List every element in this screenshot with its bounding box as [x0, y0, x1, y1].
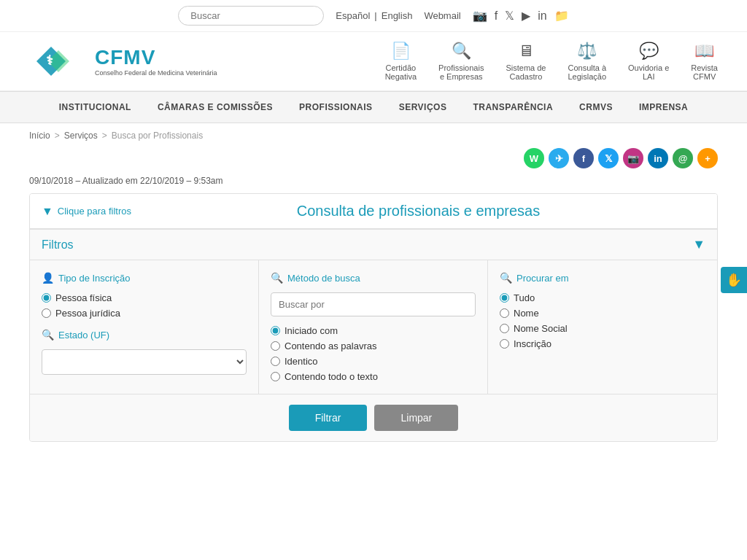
radio-juridica[interactable] — [42, 308, 51, 318]
language-links: Español | English — [336, 10, 412, 21]
radio-iniciado[interactable] — [271, 326, 280, 335]
radio-fisica[interactable] — [42, 293, 51, 303]
filter-container: ▼ Clique para filtros Consulta de profis… — [29, 193, 718, 442]
radio-iniciado-label[interactable]: Iniciado com — [271, 325, 476, 336]
monitor-icon: 🖥 — [518, 42, 534, 61]
filters-grid: 👤 Tipo de Inscrição Pessoa física Pessoa… — [30, 260, 717, 394]
radio-juridica-label[interactable]: Pessoa jurídica — [42, 308, 247, 319]
filter-col-metodo: 🔍 Método de busca Iniciado com Cont — [259, 260, 488, 394]
search-input[interactable] — [178, 6, 324, 26]
share-facebook[interactable]: f — [573, 148, 594, 168]
nav-profissionais[interactable]: PROFISSIONAIS — [286, 92, 386, 122]
radio-tudo-text: Tudo — [514, 292, 535, 303]
share-linkedin[interactable]: in — [648, 148, 668, 168]
radio-contendo-texto[interactable] — [271, 372, 280, 381]
rss-top-icon[interactable]: 📁 — [554, 9, 569, 23]
nav-institucional[interactable]: INSTITUCIONAL — [46, 92, 144, 122]
estado-select[interactable]: Escolha uma UF ACALAPAM BACEDFES GOMGSPR… — [42, 349, 247, 375]
nav-ouvidoria-label: Ouvidoria eLAI — [628, 63, 669, 81]
book-icon: 📖 — [694, 42, 714, 61]
share-twitter[interactable]: 𝕏 — [598, 148, 619, 168]
nav-icon-consulta[interactable]: ⚖️ Consulta àLegislação — [568, 42, 606, 81]
search-metodo-icon: 🔍 — [271, 272, 283, 284]
breadcrumb-inicio[interactable]: Início — [29, 131, 50, 141]
radio-nome-label[interactable]: Nome — [500, 308, 705, 319]
lang-espanol[interactable]: Español — [336, 10, 370, 21]
webmail-link[interactable]: Webmail — [424, 10, 460, 21]
floating-accessibility-btn[interactable]: ✋ — [721, 267, 747, 293]
top-bar: Español | English Webmail 📷 f 𝕏 ▶ in 📁 — [0, 0, 747, 32]
radio-juridica-text: Pessoa jurídica — [55, 308, 120, 319]
tipo-inscricao-group: Pessoa física Pessoa jurídica — [42, 292, 247, 319]
nav-consulta-label: Consulta àLegislação — [568, 63, 606, 81]
click-filters-btn[interactable]: ▼ Clique para filtros — [42, 205, 131, 218]
site-header: ⚕ CFMV Conselho Federal de Medicina Vete… — [0, 32, 747, 91]
hand-icon: ✋ — [726, 272, 742, 288]
header-nav-icons: 📄 CertidãoNegativa 🔍 Profissionaise Empr… — [385, 42, 718, 81]
filtrar-button[interactable]: Filtrar — [289, 405, 368, 431]
nav-icon-profissionais[interactable]: 🔍 Profissionaise Empresas — [438, 42, 484, 81]
search-estado-icon: 🔍 — [42, 329, 54, 341]
filters-panel-header: Filtros ▼ — [30, 230, 717, 260]
radio-tudo-label[interactable]: Tudo — [500, 292, 705, 303]
breadcrumb-sep2: > — [102, 131, 107, 141]
date-line: 09/10/2018 – Atualizado em 22/10/2019 – … — [0, 174, 747, 193]
share-instagram[interactable]: 📷 — [623, 148, 643, 168]
top-social-icons: 📷 f 𝕏 ▶ in 📁 — [473, 9, 569, 23]
radio-nome-social-label[interactable]: Nome Social — [500, 323, 705, 334]
logo-text: CFMV Conselho Federal de Medicina Veteri… — [95, 46, 217, 77]
breadcrumb-current: Busca por Profissionais — [112, 131, 203, 141]
radio-fisica-label[interactable]: Pessoa física — [42, 292, 247, 303]
radio-identico[interactable] — [271, 357, 280, 366]
share-telegram[interactable]: ✈ — [549, 148, 569, 168]
filter-header: ▼ Clique para filtros Consulta de profis… — [30, 194, 717, 229]
breadcrumb-servicos[interactable]: Serviços — [64, 131, 98, 141]
nav-icon-certidao[interactable]: 📄 CertidãoNegativa — [385, 42, 417, 81]
linkedin-top-icon[interactable]: in — [538, 9, 546, 23]
gavel-icon: ⚖️ — [577, 42, 597, 61]
nav-revista-label: RevistaCFMV — [691, 63, 718, 81]
instagram-top-icon[interactable]: 📷 — [473, 9, 487, 23]
logo-area: ⚕ CFMV Conselho Federal de Medicina Vete… — [29, 39, 217, 83]
share-more[interactable]: + — [697, 148, 718, 168]
radio-nome-social-text: Nome Social — [514, 323, 568, 334]
click-filters-label: Clique para filtros — [58, 206, 131, 217]
nav-icon-revista[interactable]: 📖 RevistaCFMV — [691, 42, 718, 81]
nav-icon-ouvidoria[interactable]: 💬 Ouvidoria eLAI — [628, 42, 669, 81]
radio-inscricao-label[interactable]: Inscrição — [500, 338, 705, 349]
radio-contendo-palavras-label[interactable]: Contendo as palavras — [271, 341, 476, 351]
nav-servicos[interactable]: SERVIÇOS — [386, 92, 460, 122]
breadcrumb-sep1: > — [55, 131, 60, 141]
share-bar: W ✈ f 𝕏 📷 in @ + — [0, 148, 747, 174]
radio-nome[interactable] — [500, 308, 509, 318]
nav-imprensa[interactable]: IMPRENSA — [626, 92, 701, 122]
tipo-inscricao-title: 👤 Tipo de Inscrição — [42, 272, 247, 284]
limpar-button[interactable]: Limpar — [374, 405, 458, 431]
svg-text:⚕: ⚕ — [46, 53, 53, 68]
lang-english[interactable]: English — [382, 10, 413, 21]
radio-contendo-palavras[interactable] — [271, 341, 280, 351]
radio-contendo-texto-label[interactable]: Contendo todo o texto — [271, 371, 476, 382]
nav-icon-sistema[interactable]: 🖥 Sistema deCadastro — [506, 42, 546, 81]
share-email[interactable]: @ — [673, 148, 693, 168]
radio-tudo[interactable] — [500, 293, 509, 303]
lang-separator: | — [374, 10, 376, 21]
certidao-icon: 📄 — [391, 42, 411, 61]
twitter-top-icon[interactable]: 𝕏 — [505, 9, 514, 23]
radio-nome-social[interactable] — [500, 324, 509, 333]
radio-iniciado-text: Iniciado com — [285, 325, 338, 336]
nav-camaras[interactable]: CÂMARAS E COMISSÕES — [144, 92, 286, 122]
share-whatsapp[interactable]: W — [524, 148, 544, 168]
radio-contendo-texto-text: Contendo todo o texto — [285, 371, 378, 382]
radio-inscricao[interactable] — [500, 339, 509, 349]
facebook-top-icon[interactable]: f — [495, 9, 498, 23]
radio-identico-label[interactable]: Identico — [271, 356, 476, 367]
buscar-por-input[interactable] — [271, 292, 476, 316]
nav-transparencia[interactable]: TRANSPARÊNCIA — [460, 92, 566, 122]
chat-icon: 💬 — [639, 42, 659, 61]
estado-section: 🔍 Estado (UF) Escolha uma UF ACALAPAM BA… — [42, 329, 247, 375]
nav-crmvs[interactable]: CRMVS — [566, 92, 626, 122]
radio-contendo-palavras-text: Contendo as palavras — [285, 341, 376, 351]
youtube-top-icon[interactable]: ▶ — [522, 9, 530, 23]
procurar-title: 🔍 Procurar em — [500, 272, 705, 284]
